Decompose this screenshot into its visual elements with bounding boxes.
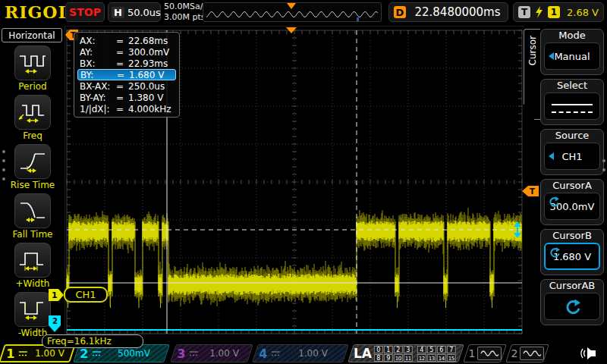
delay-icon: D: [394, 6, 406, 18]
source-number: 2: [509, 347, 520, 359]
measure-button[interactable]: [14, 292, 51, 327]
record-preview-wave: [203, 3, 381, 21]
cursor-a-line-style: [552, 104, 593, 105]
readout-name: 1/|dX|:: [80, 104, 116, 115]
la-digit-2: 2: [394, 346, 403, 353]
sine-wave-icon: [520, 347, 544, 360]
la-digit-10: 10: [394, 354, 403, 362]
readout-value: 300.0mV: [128, 47, 174, 58]
measure-item--width[interactable]: -Width: [0, 292, 65, 338]
cursor-readout-box: AX:=22.68msAY:=300.0mVBX:=22.93msBY:=1.6…: [74, 32, 180, 118]
readout-name: BY:: [80, 70, 117, 80]
la-label: LA: [351, 346, 374, 361]
fall-time-icon: [17, 198, 48, 224]
la-digit-1: 1: [384, 346, 393, 353]
trigger-source-badge: 1: [548, 6, 560, 18]
softkey-select[interactable]: Select: [540, 79, 604, 125]
knob-rotate-icon: [549, 246, 560, 258]
cursor-line-styles: [552, 100, 593, 113]
trigger-box: T 1 2.68 V: [513, 2, 604, 22]
measure-menu-title: Horizontal: [2, 28, 62, 42]
measure-item-rise-time[interactable]: Rise Time: [0, 144, 65, 190]
softkey-mode[interactable]: ModeManual: [540, 29, 604, 75]
cursor-by-adjust-marker: [514, 221, 521, 238]
measure-item--width[interactable]: +Width: [0, 243, 65, 289]
freq-icon: [17, 99, 48, 125]
channel-scale: 1.00 V: [199, 348, 250, 359]
softkey-value: Manual: [554, 51, 590, 62]
plus-width-icon: [17, 247, 48, 273]
trigger-position-marker[interactable]: [286, 27, 297, 33]
selected-triangle-icon: [549, 152, 554, 160]
la-digit-11: 11: [404, 354, 413, 362]
measure-button[interactable]: [14, 46, 51, 80]
knob-rotate-icon: [548, 196, 559, 207]
softkey-cursora[interactable]: CursorA300.0mV: [540, 179, 604, 225]
readout-equals: =: [116, 104, 128, 115]
delay-value: 22.8480000ms: [412, 5, 503, 19]
run-state-button[interactable]: STOP: [65, 2, 105, 22]
minus-width-icon: [17, 297, 48, 322]
channel-3-badge[interactable]: 31.00 V: [170, 344, 253, 362]
measure-button[interactable]: [14, 144, 51, 179]
softkey-cursorb[interactable]: CursorB1.680 V: [540, 229, 604, 275]
softkey-source[interactable]: SourceCH1: [540, 129, 604, 175]
measure-label: Rise Time: [0, 180, 65, 190]
softkey-button[interactable]: CH1: [544, 143, 600, 170]
readout-name: BX:: [80, 58, 116, 69]
readout-equals: =: [116, 36, 128, 46]
measure-button[interactable]: [14, 95, 51, 130]
readout-equals: =: [116, 93, 128, 103]
softkey-button[interactable]: 300.0mV: [544, 193, 600, 220]
measure-item-freq[interactable]: Freq: [0, 95, 65, 141]
trigger-level-value: 2.68 V: [565, 7, 599, 18]
channel-number: 2: [77, 347, 92, 361]
memory-depth: 3.00M pts: [164, 12, 207, 23]
softkey-title: CursorAB: [541, 280, 603, 293]
cursor-menu: Cursor ModeManualSelectSourceCH1CursorA3…: [524, 26, 607, 343]
softkey-button[interactable]: Manual: [544, 42, 600, 70]
la-digital-badge[interactable]: LA 01234567 89101112131415: [348, 344, 464, 362]
la-digit-7: 7: [447, 346, 456, 353]
timebase-value: 50.0us: [127, 7, 161, 18]
sound-icon[interactable]: [580, 347, 596, 360]
page-indicator-dot: [2, 150, 5, 153]
la-digit-9: 9: [384, 354, 393, 362]
measure-item-fall-time[interactable]: Fall Time: [0, 193, 65, 240]
softkey-cursorab[interactable]: CursorAB: [540, 279, 604, 325]
softkey-button[interactable]: [544, 93, 600, 120]
page-indicator-dot: [2, 177, 5, 180]
measure-button[interactable]: [14, 193, 51, 228]
softkey-button[interactable]: 1.680 V: [544, 243, 600, 270]
readout-name: BX-AX:: [80, 81, 116, 92]
oscilloscope-screen: RIGOL STOP H 50.0us 50.0MSa/s 3.00M pts …: [0, 0, 607, 364]
softkey-button[interactable]: [544, 293, 600, 320]
channel-number: 1: [3, 347, 18, 361]
source-2-badge[interactable]: 2: [505, 344, 549, 362]
left-measure-menu: Horizontal PeriodFreqRise TimeFall Time+…: [0, 26, 65, 343]
la-digit-0: 0: [374, 346, 383, 353]
measure-label: Fall Time: [0, 229, 65, 240]
page-indicator-dot: [2, 168, 5, 171]
measure-button[interactable]: [14, 243, 51, 278]
source-1-badge[interactable]: 1: [463, 344, 507, 362]
readout-value: 22.68ms: [128, 36, 174, 46]
readout-equals: =: [117, 70, 129, 80]
softkey-title: CursorA: [541, 180, 603, 193]
readout-value: 22.93ms: [128, 58, 174, 69]
channel-number: 3: [174, 347, 189, 361]
la-digit-12: 12: [417, 354, 426, 362]
period-icon: [17, 50, 48, 76]
selected-triangle-icon: [549, 52, 554, 60]
channel-4-badge[interactable]: 41.00 V: [252, 344, 349, 362]
readout-name: AY:: [80, 47, 116, 58]
horizontal-timebase-box: H 50.0us: [108, 2, 161, 22]
edge-trigger-icon: [535, 6, 543, 18]
cursor-readout-row: AX:=22.68ms: [77, 35, 176, 46]
dc-coupling-icon: [189, 350, 199, 357]
cursor-readout-row: AY:=300.0mV: [77, 46, 176, 58]
measure-item-period[interactable]: Period: [0, 46, 65, 92]
frequency-counter: Freq=16.1kHz: [42, 334, 143, 348]
la-digit-13: 13: [427, 354, 436, 362]
readout-equals: =: [116, 81, 128, 92]
